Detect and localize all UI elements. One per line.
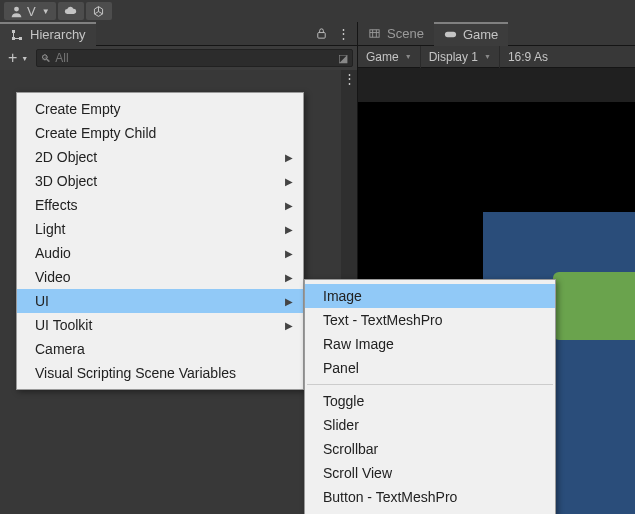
plus-icon: +	[8, 49, 17, 67]
menu-item[interactable]: Create Empty	[17, 97, 303, 121]
panel-options-button[interactable]: ⋮	[335, 26, 351, 42]
submenu-arrow-icon: ▶	[285, 248, 293, 259]
menu-item[interactable]: UI Toolkit▶	[17, 313, 303, 337]
menu-item[interactable]: Light▶	[17, 217, 303, 241]
tab-label: Hierarchy	[30, 27, 86, 42]
svg-rect-2	[12, 37, 15, 40]
lock-icon	[315, 27, 328, 40]
search-box: 🔍︎ ◪	[36, 49, 353, 67]
display-dropdown[interactable]: Display 1 ▼	[421, 46, 500, 68]
aspect-dropdown[interactable]: 16:9 As	[500, 46, 556, 68]
submenu-arrow-icon: ▶	[285, 176, 293, 187]
menu-item[interactable]: Audio▶	[17, 241, 303, 265]
user-icon	[10, 5, 23, 18]
menu-item[interactable]: Visual Scripting Scene Variables	[17, 361, 303, 385]
maximize-button[interactable]	[313, 26, 329, 42]
app-toolbar: V ▼	[0, 0, 635, 22]
game-mode-dropdown[interactable]: Game ▼	[358, 46, 421, 68]
more-icon: ⋮	[337, 30, 350, 38]
menu-item[interactable]: Scrollbar	[305, 437, 555, 461]
menu-item[interactable]: Text - TextMeshPro	[305, 308, 555, 332]
dropdown-value: 16:9 As	[508, 50, 548, 64]
account-button[interactable]: V ▼	[4, 2, 56, 20]
menu-separator	[307, 384, 553, 385]
menu-item[interactable]: Button - TextMeshPro	[305, 485, 555, 509]
submenu-arrow-icon: ▶	[285, 200, 293, 211]
submenu-arrow-icon: ▶	[285, 272, 293, 283]
chevron-down-icon: ▼	[484, 53, 491, 60]
menu-item[interactable]: Panel	[305, 356, 555, 380]
menu-item[interactable]: 2D Object▶	[17, 145, 303, 169]
create-dropdown-button[interactable]: + ▼	[4, 49, 32, 67]
chevron-down-icon: ▼	[42, 7, 50, 16]
tab-scene[interactable]: Scene	[358, 22, 434, 46]
hierarchy-toolbar: + ▼ 🔍︎ ◪	[0, 46, 357, 70]
menu-item[interactable]: Effects▶	[17, 193, 303, 217]
game-icon	[444, 28, 457, 41]
view-tabs: Scene Game	[358, 22, 635, 46]
tab-hierarchy[interactable]: Hierarchy	[0, 22, 96, 46]
chevron-down-icon: ▼	[21, 55, 28, 62]
svg-rect-5	[370, 30, 379, 37]
menu-item[interactable]: Toggle	[305, 389, 555, 413]
menu-item[interactable]: Camera	[17, 337, 303, 361]
menu-item[interactable]: UI▶	[17, 289, 303, 313]
dropdown-value: Display 1	[429, 50, 478, 64]
dropdown-value: Game	[366, 50, 399, 64]
game-toolbar: Game ▼ Display 1 ▼ 16:9 As	[358, 46, 635, 68]
ui-submenu: ImageText - TextMeshProRaw ImagePanelTog…	[304, 279, 556, 514]
svg-rect-4	[317, 33, 324, 39]
svg-rect-1	[12, 30, 15, 33]
cloud-button[interactable]	[58, 2, 84, 20]
package-button[interactable]	[86, 2, 112, 20]
account-label: V	[27, 4, 36, 19]
search-input[interactable]	[55, 51, 334, 65]
svg-rect-6	[445, 32, 456, 38]
menu-item[interactable]: Create Empty Child	[17, 121, 303, 145]
scene-icon	[368, 27, 381, 40]
menu-item[interactable]: Dropdown - TextMeshPro	[305, 509, 555, 514]
menu-item[interactable]: 3D Object▶	[17, 169, 303, 193]
tab-label: Scene	[387, 26, 424, 41]
hierarchy-icon	[10, 28, 24, 42]
menu-item[interactable]: Raw Image	[305, 332, 555, 356]
menu-item[interactable]: Scroll View	[305, 461, 555, 485]
hierarchy-tabs: Hierarchy ⋮	[0, 22, 357, 46]
panel-menu-button[interactable]: ⋮	[341, 70, 357, 84]
create-context-menu: Create EmptyCreate Empty Child2D Object▶…	[16, 92, 304, 390]
search-icon: 🔍︎	[41, 53, 51, 64]
chevron-down-icon: ▼	[405, 53, 412, 60]
cloud-icon	[64, 5, 77, 18]
submenu-arrow-icon: ▶	[285, 224, 293, 235]
submenu-arrow-icon: ▶	[285, 152, 293, 163]
submenu-arrow-icon: ▶	[285, 296, 293, 307]
tab-label: Game	[463, 27, 498, 42]
submenu-arrow-icon: ▶	[285, 320, 293, 331]
menu-item[interactable]: Slider	[305, 413, 555, 437]
menu-item[interactable]: Image	[305, 284, 555, 308]
search-mode-icon[interactable]: ◪	[338, 52, 348, 65]
svg-rect-3	[19, 37, 22, 40]
svg-point-0	[14, 6, 19, 11]
tab-game[interactable]: Game	[434, 22, 508, 46]
package-icon	[92, 5, 105, 18]
menu-item[interactable]: Video▶	[17, 265, 303, 289]
scene-object-green	[553, 272, 635, 340]
